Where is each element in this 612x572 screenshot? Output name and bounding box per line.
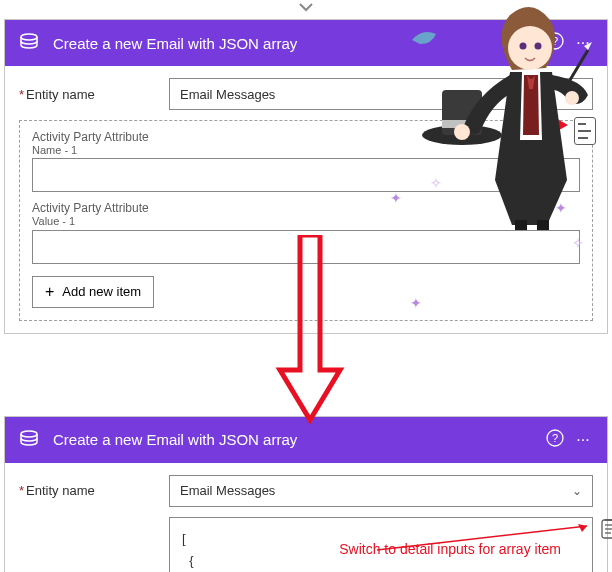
svg-point-11: [454, 124, 470, 140]
svg-point-9: [520, 43, 527, 50]
sparkle-icon: ✦: [410, 295, 422, 311]
svg-rect-22: [605, 519, 612, 521]
help-icon[interactable]: ?: [541, 429, 569, 451]
entity-name-row: *Entity name Email Messages ⌄: [19, 475, 593, 507]
entity-name-value: Email Messages: [180, 87, 275, 102]
svg-point-0: [21, 34, 37, 40]
more-icon[interactable]: ···: [569, 431, 597, 449]
dataverse-icon: [15, 426, 43, 454]
svg-point-12: [565, 91, 579, 105]
action-card-2: Create a new Email with JSON array ? ···…: [4, 416, 608, 572]
svg-rect-13: [515, 220, 527, 230]
card-title: Create a new Email with JSON array: [53, 431, 541, 448]
entity-name-label: *Entity name: [19, 87, 169, 102]
chevron-down-icon: ⌄: [572, 484, 582, 498]
svg-point-8: [508, 26, 552, 70]
svg-marker-7: [584, 42, 592, 50]
dataverse-icon: [15, 29, 43, 57]
entity-name-value: Email Messages: [180, 483, 275, 498]
character-illustration: [392, 0, 592, 180]
card-body: *Entity name Email Messages ⌄ Activity P…: [5, 463, 607, 572]
add-new-item-button[interactable]: + Add new item: [32, 276, 154, 308]
svg-text:?: ?: [552, 432, 558, 444]
activity-parties-label: Activity Parties: [19, 517, 169, 572]
svg-point-15: [21, 431, 37, 437]
sparkle-icon: ✧: [572, 235, 584, 251]
annotation-text: Switch to detail inputs for array item: [339, 541, 561, 557]
plus-icon: +: [45, 283, 54, 301]
annotation-big-down-arrow: [275, 235, 345, 425]
entity-name-label: *Entity name: [19, 483, 169, 498]
svg-rect-14: [537, 220, 549, 230]
entity-name-select[interactable]: Email Messages ⌄: [169, 475, 593, 507]
svg-point-10: [535, 43, 542, 50]
